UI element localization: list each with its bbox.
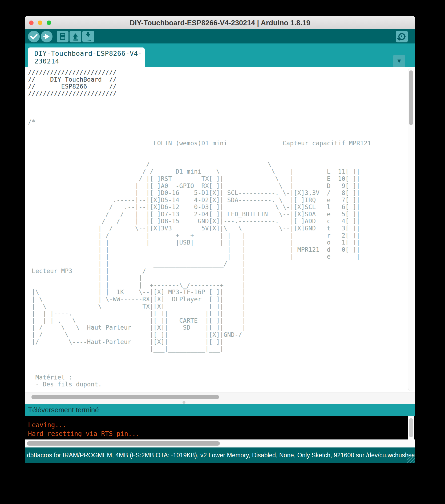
open-sketch-button[interactable] [70,31,81,42]
down-arrow-icon [86,34,91,37]
status-message-bar: Téléversement terminé [25,404,415,416]
check-icon [30,32,38,40]
resize-grip-icon[interactable] [407,455,415,463]
upload-button[interactable] [41,31,52,42]
editor-horizontal-scrollbar-thumb[interactable] [31,395,219,399]
verify-button[interactable] [28,31,40,42]
right-arrow-icon [45,34,50,39]
toolbar [25,29,415,43]
magnifier-icon [398,33,405,40]
title-bar: DIY-Touchboard-ESP8266-V4-230214 | Ardui… [25,16,415,30]
code-editor[interactable]: //////////////////////// // DIY TouchBoa… [25,67,415,393]
status-message: Téléversement terminé [28,406,99,414]
console-vertical-scrollbar[interactable] [408,416,414,439]
screenshot-root: { "window": { "title": "DIY-Touchboard-E… [0,0,445,504]
code-ascii-diagram: /* LOLIN (wemos)D1 mini Capteur capaciti… [25,97,415,388]
save-sketch-button[interactable] [82,31,94,42]
console-output: Leaving... Hard resetting via RTS pin... [25,416,415,439]
console-line: Leaving... [28,421,415,430]
editor-vertical-scrollbar[interactable] [408,68,414,391]
console-line: Hard resetting via RTS pin... [28,430,415,438]
window-title: DIY-Touchboard-ESP8266-V4-230214 | Ardui… [25,19,415,27]
board-config-text: d58acros for IRAM/PROGMEM, 4MB (FS:2MB O… [27,452,415,459]
tab-dropdown-button[interactable]: ▼ [393,55,405,67]
editor-vertical-scrollbar-thumb[interactable] [409,70,413,125]
console-horizontal-scrollbar[interactable] [25,439,415,447]
editor-horizontal-scrollbar[interactable] [25,393,415,404]
new-sketch-button[interactable] [57,31,68,42]
board-status-bar: d58acros for IRAM/PROGMEM, 4MB (FS:2MB O… [25,447,415,463]
tab-strip: DIY-Touchboard-ESP8266-V4-230214 ▼ [25,43,415,67]
arduino-ide-window: DIY-Touchboard-ESP8266-V4-230214 | Ardui… [25,16,415,463]
serial-monitor-button[interactable] [396,31,408,42]
splitter-handle[interactable] [183,401,185,404]
tab-active-sketch[interactable]: DIY-Touchboard-ESP8266-V4-230214 [28,47,145,67]
code-comment-header: //////////////////////// // DIY TouchBoa… [25,67,415,97]
console-vertical-scrollbar-thumb[interactable] [409,418,413,437]
up-arrow-icon [73,33,78,37]
console-horizontal-scrollbar-thumb[interactable] [27,441,220,446]
document-icon [60,33,65,40]
tab-label: DIY-Touchboard-ESP8266-V4-230214 [34,50,145,65]
